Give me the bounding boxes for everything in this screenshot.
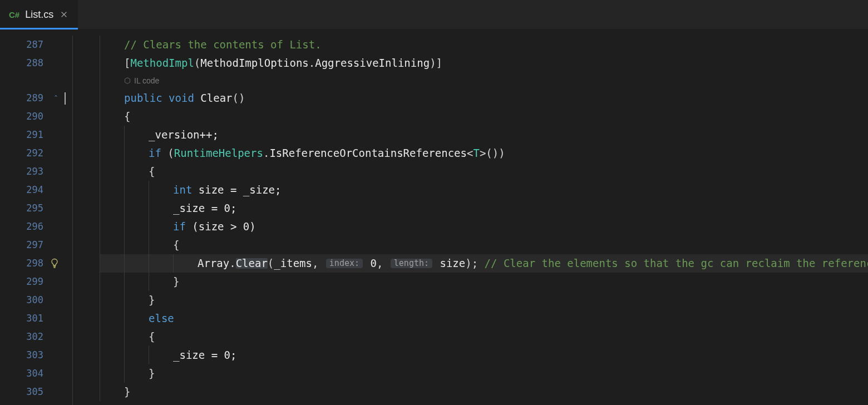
code-line[interactable]: int size = _size; [100, 181, 868, 199]
code-line[interactable]: _size = 0; [100, 199, 868, 218]
tab-filename: List.cs [25, 9, 53, 19]
line-number: 289 ˄ [0, 89, 47, 107]
il-code-icon [124, 77, 131, 84]
close-icon[interactable] [59, 9, 69, 19]
code-line[interactable]: { [100, 328, 868, 346]
code-line-current[interactable]: Array.Clear(_items, index: 0, length: si… [100, 254, 868, 273]
code-editor[interactable]: 287 288 289 ˄ 290 291 292 293 294 295 29… [0, 29, 868, 405]
code-line[interactable]: { [100, 236, 868, 254]
line-number: 304 [0, 364, 47, 383]
inlay-hint-index: index: [326, 259, 363, 268]
fold-column [47, 36, 69, 405]
line-number: 303 [0, 346, 47, 364]
code-line[interactable]: _version++; [100, 126, 868, 144]
inlay-hint-length: length: [391, 259, 432, 268]
line-number: 299 [0, 273, 47, 291]
tab-list-cs[interactable]: C# List.cs [0, 0, 78, 29]
highlighted-symbol: Clear [236, 258, 268, 269]
tab-bar: C# List.cs [0, 0, 868, 29]
line-number: 300 [0, 291, 47, 309]
structure-guide-column [69, 36, 100, 405]
line-number: 296 [0, 218, 47, 236]
code-line[interactable]: { [100, 162, 868, 181]
codelens-label[interactable]: IL code [134, 77, 159, 85]
code-area[interactable]: // Clears the contents of List. [MethodI… [100, 36, 868, 405]
line-number: 288 [0, 54, 47, 72]
line-number: 305 [0, 383, 47, 401]
line-number: 290 [0, 107, 47, 126]
code-line[interactable]: else [100, 309, 868, 328]
line-number: 301 [0, 309, 47, 328]
code-line[interactable]: [MethodImpl(MethodImplOptions.Aggressive… [100, 54, 868, 72]
csharp-icon: C# [9, 11, 19, 19]
code-line[interactable]: } [100, 383, 868, 401]
code-line[interactable]: public void Clear() [100, 89, 868, 107]
line-number: 302 [0, 328, 47, 346]
code-line[interactable]: if (RuntimeHelpers.IsReferenceOrContains… [100, 144, 868, 162]
line-number: 297 [0, 236, 47, 254]
line-number: 293 [0, 162, 47, 181]
line-number: 298 [0, 254, 47, 273]
code-line[interactable]: // Clears the contents of List. [100, 36, 868, 54]
line-number: 295 [0, 199, 47, 218]
line-number: 291 [0, 126, 47, 144]
code-line[interactable]: } [100, 291, 868, 309]
line-number-gutter: 287 288 289 ˄ 290 291 292 293 294 295 29… [0, 36, 47, 405]
code-line[interactable]: } [100, 273, 868, 291]
code-line[interactable]: _size = 0; [100, 346, 868, 364]
code-line[interactable]: { [100, 107, 868, 126]
codelens-row[interactable]: IL code [100, 72, 868, 89]
line-number: 294 [0, 181, 47, 199]
code-line[interactable]: } [100, 364, 868, 383]
codelens-gutter-spacer [0, 72, 47, 89]
code-line[interactable]: if (size > 0) [100, 218, 868, 236]
line-number: 287 [0, 36, 47, 54]
line-number: 292 [0, 144, 47, 162]
